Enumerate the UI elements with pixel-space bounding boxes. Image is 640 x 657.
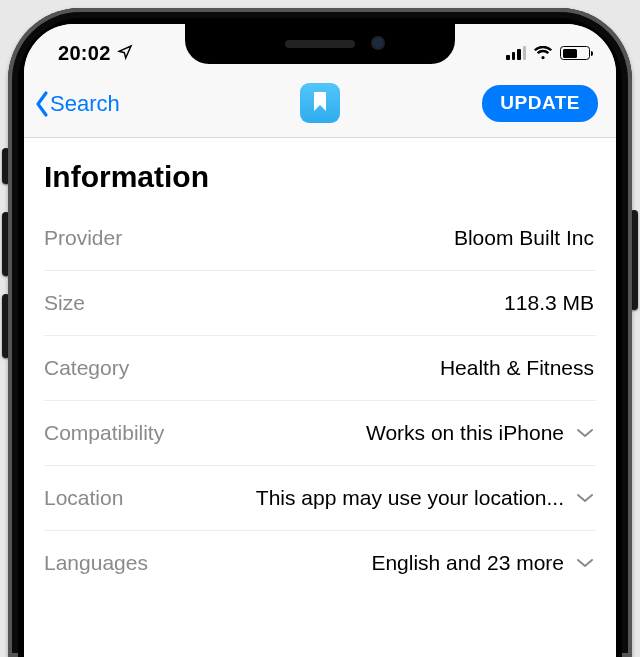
info-value-text: Bloom Built Inc	[454, 226, 594, 250]
cell-signal-icon	[506, 46, 526, 60]
info-value-text: 118.3 MB	[504, 291, 594, 315]
info-value-text: This app may use your location...	[256, 486, 564, 510]
info-value-text: Works on this iPhone	[366, 421, 564, 445]
info-value: This app may use your location...	[256, 486, 594, 510]
chevron-down-icon	[576, 428, 594, 438]
info-value-text: English and 23 more	[371, 551, 564, 575]
info-row-size: Size118.3 MB	[44, 271, 596, 336]
battery-icon	[560, 46, 590, 60]
chevron-down-icon	[576, 493, 594, 503]
info-value-text: Health & Fitness	[440, 356, 594, 380]
back-button[interactable]: Search	[34, 90, 120, 118]
info-label: Compatibility	[44, 421, 164, 445]
speaker-grille	[285, 40, 355, 48]
device-notch	[185, 24, 455, 64]
info-value: Health & Fitness	[440, 356, 594, 380]
update-button[interactable]: UPDATE	[482, 85, 598, 122]
bookmark-icon	[312, 91, 328, 117]
info-label: Size	[44, 291, 85, 315]
info-row-category: CategoryHealth & Fitness	[44, 336, 596, 401]
chevron-left-icon	[34, 90, 50, 118]
info-value: English and 23 more	[371, 551, 594, 575]
info-row-languages[interactable]: LanguagesEnglish and 23 more	[44, 531, 596, 595]
section-title: Information	[44, 160, 596, 194]
update-button-label: UPDATE	[500, 92, 580, 113]
navigation-bar: Search UPDATE	[24, 74, 616, 138]
back-label: Search	[50, 91, 120, 117]
info-row-location[interactable]: LocationThis app may use your location..…	[44, 466, 596, 531]
wifi-icon	[533, 46, 553, 60]
info-label: Category	[44, 356, 129, 380]
info-row-compatibility[interactable]: CompatibilityWorks on this iPhone	[44, 401, 596, 466]
front-camera	[371, 36, 385, 50]
information-section: Information ProviderBloom Built IncSize1…	[24, 138, 616, 595]
info-label: Provider	[44, 226, 122, 250]
info-value: Bloom Built Inc	[454, 226, 594, 250]
info-label: Location	[44, 486, 123, 510]
location-arrow-icon	[117, 42, 133, 65]
info-row-provider: ProviderBloom Built Inc	[44, 206, 596, 271]
status-time: 20:02	[58, 42, 111, 65]
app-icon[interactable]	[300, 83, 340, 123]
info-label: Languages	[44, 551, 148, 575]
info-value: 118.3 MB	[504, 291, 594, 315]
info-value: Works on this iPhone	[366, 421, 594, 445]
chevron-down-icon	[576, 558, 594, 568]
